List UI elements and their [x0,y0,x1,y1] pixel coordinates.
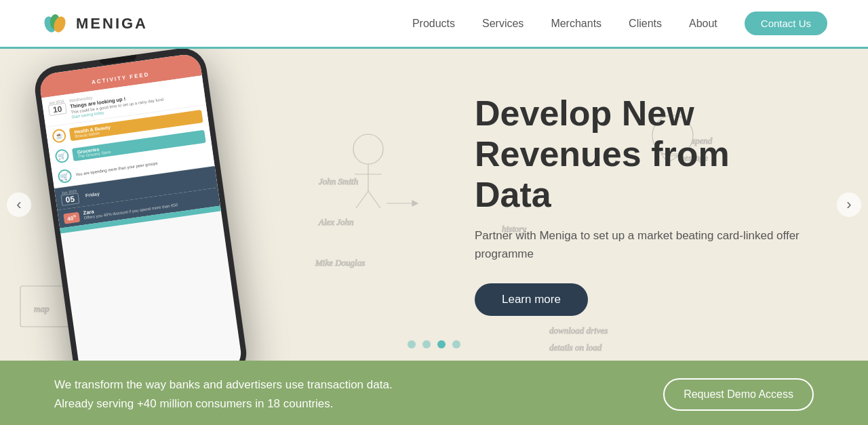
svg-line-7 [368,191,380,208]
phone-screen: ACTIVITY FEED Jun 2015 10 Wednesday Thin… [38,53,243,361]
svg-text:John Smith: John Smith [319,176,358,186]
svg-point-3 [353,134,383,164]
nav-about[interactable]: About [689,18,717,29]
demo-access-button[interactable]: Request Demo Access [663,378,814,411]
svg-text:details on load: details on load [549,342,602,352]
nav-products[interactable]: Products [412,18,455,29]
hero-subtext: Partner with Meniga to set up a market b… [475,227,814,263]
feed-friday-label: Friday [85,191,100,198]
hero-section: John Smith Alex John Mike Douglas histor… [0,49,868,361]
dot-1[interactable] [408,340,416,348]
feed-friday-date-box: Jun 2015 05 [60,189,80,206]
nav-services[interactable]: Services [482,18,524,29]
category-health-icon: ☕ [52,129,67,144]
svg-text:map: map [34,304,50,314]
offer-badge: 40% [63,212,80,224]
warning-text: You are spending more than your peer gro… [75,161,158,177]
learn-more-button[interactable]: Learn more [475,283,588,316]
carousel-arrow-right[interactable]: › [837,193,861,217]
logo-icon [41,12,69,35]
logo-area: MENIGA [41,12,148,35]
hero-heading: Develop New Revenues from Data [475,94,814,215]
navbar: MENIGA Products Services Merchants Clien… [0,0,868,49]
dot-4[interactable] [452,340,460,348]
footer-text: We transform the way banks and advertise… [54,376,393,413]
warning-icon: 🛒 [57,169,73,184]
svg-text:download drives: download drives [549,325,608,336]
nav-merchants[interactable]: Merchants [551,18,601,29]
svg-text:Mike Douglas: Mike Douglas [315,258,365,268]
carousel-arrow-left[interactable]: ‹ [7,193,31,217]
nav-links: Products Services Merchants Clients Abou… [412,18,717,30]
contact-button[interactable]: Contact Us [745,12,827,35]
dot-3[interactable] [437,340,446,348]
carousel-dots [408,340,460,348]
dot-2[interactable] [422,340,431,348]
logo-text: MENIGA [76,15,148,33]
phone-outer: ACTIVITY FEED Jun 2015 10 Wednesday Thin… [32,49,250,361]
footer-banner: We transform the way banks and advertise… [0,361,868,425]
nav-clients[interactable]: Clients [629,18,662,29]
feed-friday-num: 05 [60,193,79,206]
svg-text:Alex John: Alex John [318,217,354,227]
svg-marker-21 [412,201,418,206]
phone-container: ACTIVITY FEED Jun 2015 10 Wednesday Thin… [54,56,227,361]
feed-date-wednesday: Jun 2015 10 [47,99,67,116]
hero-text-area: Develop New Revenues from Data Partner w… [475,94,814,316]
svg-line-6 [356,191,368,208]
category-groceries-icon: 🛒 [54,148,70,164]
